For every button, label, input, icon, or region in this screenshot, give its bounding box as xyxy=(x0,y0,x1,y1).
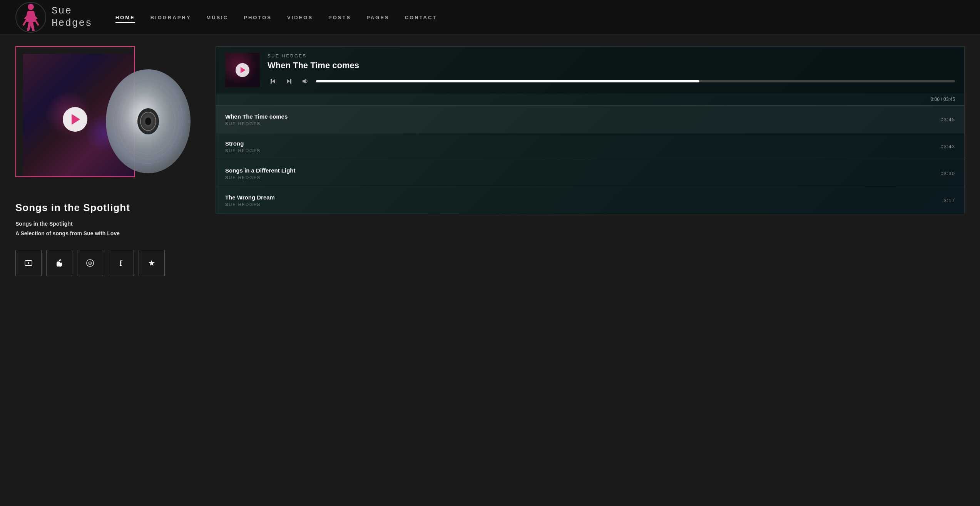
album-artwork-container xyxy=(15,46,192,193)
svg-marker-9 xyxy=(28,262,30,265)
nav-link-biography[interactable]: BIOGRAPHY xyxy=(151,15,191,20)
svg-rect-14 xyxy=(290,79,291,84)
track-list: When The Time comes SUE HEDGES 03:45 Str… xyxy=(216,106,964,214)
main-content: Songs in the Spotlight Songs in the Spot… xyxy=(0,35,980,288)
prev-icon xyxy=(270,78,276,84)
time-total: 03:45 xyxy=(943,97,955,102)
nav-links: HOME BIOGRAPHY MUSIC PHOTOS VIDEOS POSTS… xyxy=(115,14,437,21)
track-artist: SUE HEDGES xyxy=(225,121,288,126)
track-item[interactable]: When The Time comes SUE HEDGES 03:45 xyxy=(216,106,964,133)
album-description: Songs in the Spotlight A Selection of so… xyxy=(15,219,192,238)
track-item[interactable]: The Wrong Dream SUE HEDGES 3:17 xyxy=(216,187,964,214)
logo-silhouette xyxy=(19,4,42,31)
player-time: 0:00 / 03:45 xyxy=(216,94,964,105)
spotify-button[interactable] xyxy=(77,250,103,276)
volume-slider[interactable] xyxy=(316,80,955,82)
svg-point-6 xyxy=(145,117,151,125)
youtube-button[interactable] xyxy=(15,250,42,276)
nav-item-videos[interactable]: VIDEOS xyxy=(287,14,313,21)
youtube-icon xyxy=(24,259,33,267)
track-artist: SUE HEDGES xyxy=(225,202,275,207)
next-button[interactable] xyxy=(284,76,294,87)
nav-link-home[interactable]: HOME xyxy=(115,15,135,23)
player-thumbnail xyxy=(225,53,260,87)
player-artist: SUE HEDGES xyxy=(268,54,955,58)
track-info: Songs in a Different Light SUE HEDGES xyxy=(225,167,296,180)
apple-icon xyxy=(55,259,63,267)
player-thumb-play-button[interactable] xyxy=(236,63,249,77)
player-header: SUE HEDGES When The Time comes xyxy=(216,47,964,94)
logo-avatar xyxy=(15,2,46,33)
nav-item-posts[interactable]: POSTS xyxy=(328,14,351,21)
track-duration: 03:45 xyxy=(940,117,955,122)
svg-marker-11 xyxy=(272,79,275,84)
track-name: When The Time comes xyxy=(225,113,288,120)
spotify-icon xyxy=(86,259,94,267)
nav-item-music[interactable]: MUSIC xyxy=(206,14,228,21)
nav-link-music[interactable]: MUSIC xyxy=(206,15,228,20)
volume-button[interactable] xyxy=(300,76,311,87)
apple-music-button[interactable] xyxy=(46,250,72,276)
music-player: SUE HEDGES When The Time comes xyxy=(216,46,965,214)
navigation: Sue Hedges HOME BIOGRAPHY MUSIC PHOTOS V… xyxy=(0,0,980,35)
prev-button[interactable] xyxy=(268,76,278,87)
nav-link-pages[interactable]: PAGES xyxy=(366,15,390,20)
nav-link-posts[interactable]: POSTS xyxy=(328,15,351,20)
favorite-button[interactable]: ★ xyxy=(139,250,165,276)
svg-marker-15 xyxy=(303,79,306,84)
player-controls xyxy=(268,76,955,87)
right-panel: SUE HEDGES When The Time comes xyxy=(216,46,965,214)
time-separator: / xyxy=(941,97,943,102)
player-song-title: When The Time comes xyxy=(268,60,955,70)
track-info: Strong SUE HEDGES xyxy=(225,140,261,153)
social-buttons: f ★ xyxy=(15,250,192,276)
track-duration: 3:17 xyxy=(944,198,955,203)
track-item[interactable]: Strong SUE HEDGES 03:43 xyxy=(216,133,964,160)
track-name: Songs in a Different Light xyxy=(225,167,296,174)
track-info: When The Time comes SUE HEDGES xyxy=(225,113,288,126)
next-icon xyxy=(286,78,292,84)
track-artist: SUE HEDGES xyxy=(225,148,261,153)
nav-link-videos[interactable]: VIDEOS xyxy=(287,15,313,20)
track-artist: SUE HEDGES xyxy=(225,175,296,180)
nav-link-contact[interactable]: CONTACT xyxy=(405,15,437,20)
svg-point-0 xyxy=(28,4,34,10)
cd-disc-svg xyxy=(104,62,192,177)
track-name: Strong xyxy=(225,140,261,147)
site-name: Sue Hedges xyxy=(52,5,92,29)
player-info: SUE HEDGES When The Time comes xyxy=(268,54,955,87)
volume-icon xyxy=(302,78,309,84)
track-duration: 03:43 xyxy=(940,144,955,149)
svg-rect-12 xyxy=(271,79,272,84)
nav-item-biography[interactable]: BIOGRAPHY xyxy=(151,14,191,21)
nav-link-photos[interactable]: PHOTOS xyxy=(244,15,272,20)
svg-marker-13 xyxy=(287,79,290,84)
track-duration: 03:30 xyxy=(940,171,955,176)
album-play-button[interactable] xyxy=(63,107,87,132)
nav-item-photos[interactable]: PHOTOS xyxy=(244,14,272,21)
nav-item-contact[interactable]: CONTACT xyxy=(405,14,437,21)
cd-disc xyxy=(104,62,192,177)
star-icon: ★ xyxy=(148,258,155,268)
site-logo[interactable]: Sue Hedges xyxy=(15,2,92,33)
track-item[interactable]: Songs in a Different Light SUE HEDGES 03… xyxy=(216,160,964,187)
time-current: 0:00 xyxy=(931,97,940,102)
volume-fill xyxy=(316,80,699,82)
nav-item-home[interactable]: HOME xyxy=(115,14,135,21)
facebook-icon: f xyxy=(120,259,122,268)
nav-item-pages[interactable]: PAGES xyxy=(366,14,390,21)
track-name: The Wrong Dream xyxy=(225,194,275,201)
left-panel: Songs in the Spotlight Songs in the Spot… xyxy=(15,46,192,276)
album-title: Songs in the Spotlight xyxy=(15,202,192,214)
facebook-button[interactable]: f xyxy=(108,250,134,276)
track-info: The Wrong Dream SUE HEDGES xyxy=(225,194,275,207)
